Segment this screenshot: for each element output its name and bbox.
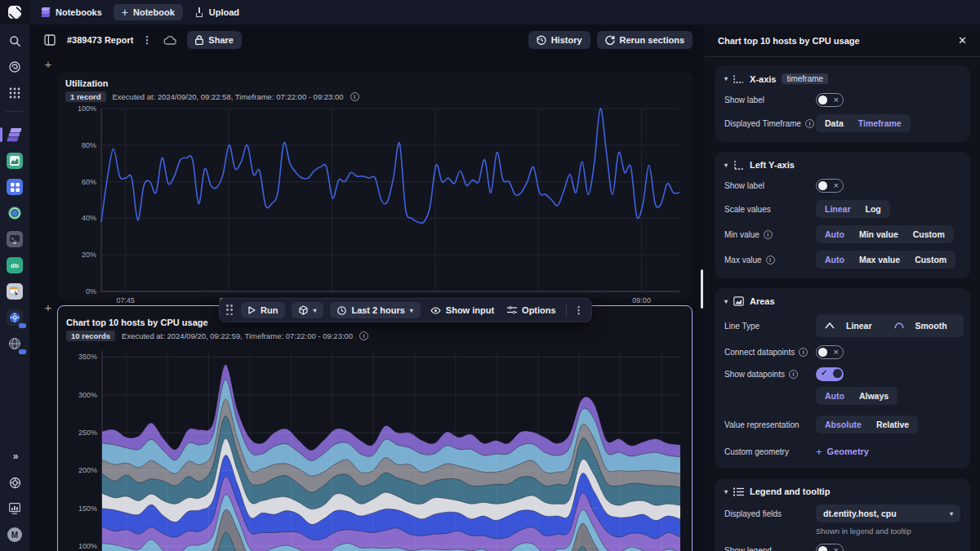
sidebar-divider	[6, 111, 24, 112]
section-header-areas[interactable]: Areas	[724, 296, 960, 306]
svg-text:>_: >_	[11, 236, 17, 242]
user-avatar[interactable]: M	[5, 525, 24, 544]
info-icon[interactable]	[764, 230, 773, 239]
rerun-sections-button[interactable]: Rerun sections	[597, 31, 693, 49]
usage-chart-icon[interactable]	[5, 499, 24, 518]
section-header-x-axis[interactable]: X-axis timeframe	[724, 73, 960, 84]
show-datapoints-label: Show datapoints	[724, 370, 816, 379]
option-smooth[interactable]: Smooth	[887, 316, 962, 335]
svg-text:200%: 200%	[78, 466, 97, 474]
apps-grid-icon[interactable]	[5, 83, 24, 103]
option-auto[interactable]: Auto	[817, 389, 852, 403]
app-breadcrumb[interactable]: Notebooks	[41, 7, 102, 17]
displayed-fields-dropdown[interactable]: dt.entity.host, cpu ▾	[816, 504, 960, 522]
connect-datapoints-label: Connect datapoints	[724, 348, 816, 357]
info-icon[interactable]	[359, 331, 368, 340]
area-chart-icon	[733, 296, 744, 306]
eye-icon	[430, 307, 441, 314]
services-app-icon[interactable]	[5, 203, 24, 223]
visualization-picker-button[interactable]: ▾	[292, 302, 323, 318]
option-custom[interactable]: Custom	[906, 227, 952, 242]
run-button[interactable]: Run	[241, 302, 285, 318]
info-icon[interactable]	[789, 370, 798, 379]
davis-ai-icon[interactable]	[5, 57, 24, 77]
option-timeframe[interactable]: Timeframe	[851, 116, 909, 131]
hub-globe-icon[interactable]	[5, 334, 24, 353]
option-log[interactable]: Log	[858, 202, 889, 216]
play-icon	[248, 306, 256, 314]
show-input-button[interactable]: Show input	[427, 302, 497, 318]
displayed-fields-helper: Shown in legend and tooltip	[816, 527, 960, 535]
option-auto[interactable]: Auto	[817, 227, 852, 242]
launcher-card-icon[interactable]	[5, 282, 24, 301]
connect-datapoints-toggle[interactable]	[816, 345, 844, 359]
sync-cloud-icon[interactable]	[161, 31, 179, 49]
new-notebook-button[interactable]: + Notebook	[114, 4, 183, 20]
option-auto[interactable]: Auto	[817, 252, 852, 267]
notebook-cell-utilization[interactable]: Utilization 1 record Executed at: 2024/0…	[57, 72, 693, 299]
chevron-down-icon: ▾	[313, 307, 316, 314]
show-label-toggle[interactable]	[816, 93, 844, 107]
document-title[interactable]: #389473 Report	[67, 35, 133, 45]
history-button[interactable]: History	[528, 31, 590, 49]
database-app-icon[interactable]: db	[5, 256, 24, 275]
cell-menu-icon[interactable]: ⋮	[573, 304, 585, 316]
dashboards-app-icon[interactable]	[5, 151, 24, 171]
option-linear[interactable]: Linear	[817, 202, 858, 216]
drag-handle-icon[interactable]	[226, 304, 234, 316]
upload-button[interactable]: Upload	[194, 7, 239, 17]
option-linear[interactable]: Linear	[817, 316, 887, 335]
y-axis-icon	[733, 160, 744, 170]
settings-gear-icon[interactable]	[5, 308, 24, 327]
document-menu-icon[interactable]: ⋮	[141, 34, 153, 46]
option-absolute[interactable]: Absolute	[817, 417, 869, 432]
dynatrace-logo[interactable]	[0, 0, 29, 24]
automations-app-icon[interactable]	[5, 177, 24, 197]
option-always[interactable]: Always	[852, 389, 896, 403]
show-label-toggle[interactable]	[816, 179, 844, 193]
option-min-value[interactable]: Min value	[852, 227, 906, 242]
option-custom[interactable]: Custom	[907, 252, 954, 267]
info-icon[interactable]	[350, 92, 359, 101]
add-section-button[interactable]: +	[42, 59, 54, 70]
svg-text:07:45: 07:45	[116, 296, 135, 304]
cpu-stacked-area-chart: 50%100%150%200%250%300%350%	[65, 344, 684, 551]
notebook-canvas: #389473 Report ⋮ Share History Rerun sec…	[29, 24, 704, 551]
document-header: #389473 Report ⋮ Share History Rerun sec…	[29, 24, 704, 56]
add-geometry-button[interactable]: +Geometry	[816, 446, 869, 458]
info-icon[interactable]	[805, 119, 814, 128]
chevron-down-icon	[724, 75, 728, 82]
share-button[interactable]: Share	[187, 31, 242, 49]
show-datapoints-toggle[interactable]	[816, 367, 844, 381]
expand-sidebar-icon[interactable]: »	[5, 447, 24, 466]
add-section-button[interactable]: +	[42, 302, 54, 313]
toggle-panel-icon[interactable]	[41, 31, 59, 49]
option-max-value[interactable]: Max value	[852, 252, 907, 267]
notebooks-app-icon[interactable]	[5, 125, 24, 144]
timeframe-selector[interactable]: Last 2 hours ▾	[330, 302, 420, 318]
help-lifebuoy-icon[interactable]	[5, 473, 24, 492]
info-icon[interactable]	[766, 256, 775, 264]
dynatrace-logo-icon	[8, 6, 21, 19]
cell-toolbar: Run ▾ Last 2 hours ▾ Show input Options …	[219, 298, 592, 322]
section-header-legend[interactable]: Legend and tooltip	[724, 487, 960, 496]
max-value-segmented: Auto Max value Custom	[816, 251, 956, 269]
sliders-icon	[507, 306, 517, 314]
active-indicator	[0, 127, 2, 142]
linear-icon	[825, 322, 835, 329]
notebook-cell-cpu[interactable]: Chart top 10 hosts by CPU usage 10 recor…	[57, 305, 693, 551]
scrollbar-thumb[interactable]	[701, 269, 703, 309]
search-icon[interactable]	[5, 31, 24, 51]
show-legend-toggle[interactable]	[816, 544, 844, 551]
upload-icon	[194, 7, 204, 17]
section-header-left-y-axis[interactable]: Left Y-axis	[724, 160, 960, 170]
hosts-monitor-icon[interactable]: >_	[5, 229, 24, 249]
option-relative[interactable]: Relative	[869, 417, 916, 432]
section-x-axis: X-axis timeframe Show label Displayed Ti…	[715, 65, 970, 142]
svg-text:40%: 40%	[82, 214, 96, 222]
close-icon[interactable]: ✕	[958, 34, 967, 47]
option-data[interactable]: Data	[817, 116, 851, 131]
options-button[interactable]: Options	[504, 302, 559, 318]
x-axis-icon	[733, 74, 744, 84]
info-icon[interactable]	[799, 348, 808, 357]
